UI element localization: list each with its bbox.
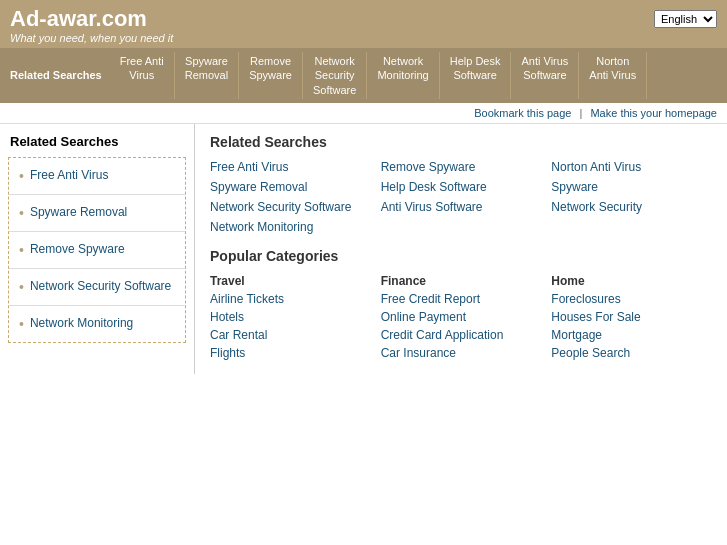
nav-link-norton-anti-virus[interactable]: NortonAnti Virus	[579, 52, 647, 99]
list-item: Network Monitoring	[9, 306, 185, 342]
sidebar-title: Related Searches	[0, 134, 194, 157]
home-foreclosures[interactable]: Foreclosures	[551, 292, 712, 306]
nav-links: Free AntiVirus SpywareRemoval RemoveSpyw…	[110, 52, 648, 99]
related-link-remove-spyware[interactable]: Remove Spyware	[381, 160, 542, 174]
nav-link-network-monitoring[interactable]: NetworkMonitoring	[367, 52, 439, 99]
bookmark-link[interactable]: Bookmark this page	[474, 107, 571, 119]
travel-flights[interactable]: Flights	[210, 346, 371, 360]
finance-credit-card-application[interactable]: Credit Card Application	[381, 328, 542, 342]
related-link-norton-anti-virus[interactable]: Norton Anti Virus	[551, 160, 712, 174]
list-item: Spyware Removal	[9, 195, 185, 232]
separator: |	[580, 107, 583, 119]
list-item: Free Anti Virus	[9, 158, 185, 195]
travel-car-rental[interactable]: Car Rental	[210, 328, 371, 342]
related-link-network-security-software[interactable]: Network Security Software	[210, 200, 371, 214]
related-link-free-anti-virus[interactable]: Free Anti Virus	[210, 160, 371, 174]
bookmark-bar: Bookmark this page | Make this your home…	[0, 103, 727, 124]
nav-link-remove-spyware[interactable]: RemoveSpyware	[239, 52, 303, 99]
home-column: Home Foreclosures Houses For Sale Mortga…	[551, 274, 712, 364]
list-item: Remove Spyware	[9, 232, 185, 269]
list-item: Network Security Software	[9, 269, 185, 306]
homepage-link[interactable]: Make this your homepage	[590, 107, 717, 119]
related-link-help-desk-software[interactable]: Help Desk Software	[381, 180, 542, 194]
home-houses-for-sale[interactable]: Houses For Sale	[551, 310, 712, 324]
related-link-network-security[interactable]: Network Security	[551, 200, 712, 214]
related-searches-section: Related Searches Free Anti Virus Remove …	[210, 134, 712, 234]
sidebar-link-free-anti-virus[interactable]: Free Anti Virus	[30, 168, 108, 182]
finance-column: Finance Free Credit Report Online Paymen…	[381, 274, 542, 364]
travel-airline-tickets[interactable]: Airline Tickets	[210, 292, 371, 306]
main-content: Related Searches Free Anti Virus Spyware…	[0, 124, 727, 374]
popular-categories-title: Popular Categories	[210, 248, 712, 264]
related-link-network-monitoring[interactable]: Network Monitoring	[210, 220, 371, 234]
sidebar-link-network-security-software[interactable]: Network Security Software	[30, 279, 171, 293]
related-link-spyware[interactable]: Spyware	[551, 180, 712, 194]
content-area: Related Searches Free Anti Virus Remove …	[195, 124, 727, 374]
finance-online-payment[interactable]: Online Payment	[381, 310, 542, 324]
finance-header: Finance	[381, 274, 542, 288]
nav-link-free-anti-virus[interactable]: Free AntiVirus	[110, 52, 175, 99]
related-link-anti-virus-software[interactable]: Anti Virus Software	[381, 200, 542, 214]
sidebar: Related Searches Free Anti Virus Spyware…	[0, 124, 195, 374]
nav-link-anti-virus-software[interactable]: Anti VirusSoftware	[511, 52, 579, 99]
related-link-spyware-removal[interactable]: Spyware Removal	[210, 180, 371, 194]
travel-header: Travel	[210, 274, 371, 288]
sidebar-link-spyware-removal[interactable]: Spyware Removal	[30, 205, 127, 219]
nav-bar: Related Searches Free AntiVirus SpywareR…	[0, 48, 727, 103]
language-dropdown[interactable]: English	[654, 10, 717, 28]
site-tagline: What you need, when you need it	[10, 32, 173, 44]
related-searches-title: Related Searches	[210, 134, 712, 150]
sidebar-items: Free Anti Virus Spyware Removal Remove S…	[8, 157, 186, 343]
categories-grid: Travel Airline Tickets Hotels Car Rental…	[210, 274, 712, 364]
site-title: Ad-awar.com	[10, 6, 173, 32]
sidebar-link-network-monitoring[interactable]: Network Monitoring	[30, 316, 133, 330]
related-searches-grid: Free Anti Virus Remove Spyware Norton An…	[210, 160, 712, 234]
popular-categories-section: Popular Categories Travel Airline Ticket…	[210, 248, 712, 364]
language-selector[interactable]: English	[654, 10, 717, 28]
finance-car-insurance[interactable]: Car Insurance	[381, 346, 542, 360]
home-people-search[interactable]: People Search	[551, 346, 712, 360]
travel-hotels[interactable]: Hotels	[210, 310, 371, 324]
home-mortgage[interactable]: Mortgage	[551, 328, 712, 342]
home-header: Home	[551, 274, 712, 288]
finance-free-credit-report[interactable]: Free Credit Report	[381, 292, 542, 306]
logo: Ad-awar.com What you need, when you need…	[10, 6, 173, 44]
nav-link-network-security-software[interactable]: NetworkSecuritySoftware	[303, 52, 367, 99]
sidebar-link-remove-spyware[interactable]: Remove Spyware	[30, 242, 125, 256]
nav-label: Related Searches	[10, 69, 102, 81]
header: Ad-awar.com What you need, when you need…	[0, 0, 727, 48]
nav-link-spyware-removal[interactable]: SpywareRemoval	[175, 52, 239, 99]
nav-link-help-desk-software[interactable]: Help DeskSoftware	[440, 52, 512, 99]
travel-column: Travel Airline Tickets Hotels Car Rental…	[210, 274, 371, 364]
